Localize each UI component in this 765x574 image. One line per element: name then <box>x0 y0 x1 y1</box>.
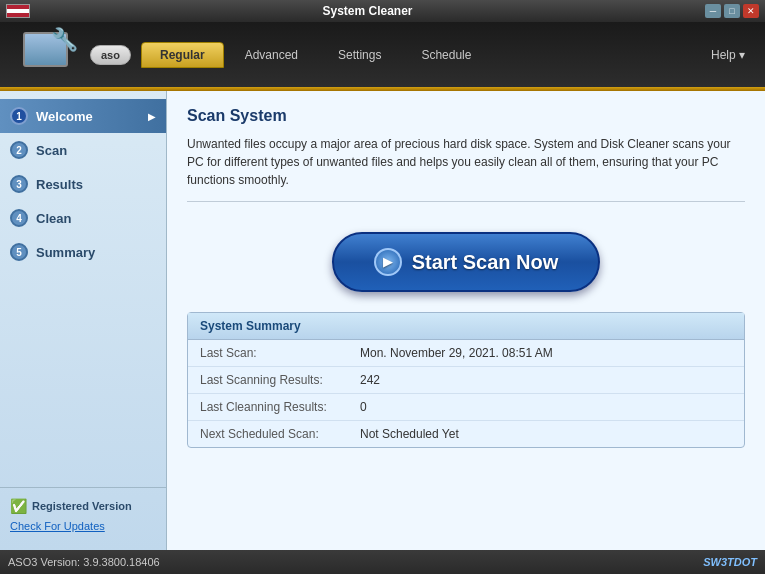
sidebar-item-summary[interactable]: 5 Summary <box>0 235 166 269</box>
table-row: Last Cleanning Results:0 <box>188 394 744 421</box>
sidebar-label-clean: Clean <box>36 211 156 226</box>
summary-row-value: 0 <box>348 394 744 421</box>
summary-row-label: Next Scheduled Scan: <box>188 421 348 448</box>
sidebar: 1 Welcome ▶ 2 Scan 3 Results 4 Clean 5 S… <box>0 91 167 550</box>
content-divider <box>187 201 745 202</box>
registered-text: Registered Version <box>32 500 132 512</box>
scan-button-area: ▶ Start Scan Now <box>187 232 745 292</box>
sidebar-bottom: ✅ Registered Version Check For Updates <box>0 487 166 542</box>
window-title: System Cleaner <box>30 4 705 18</box>
content-area: Scan System Unwanted files occupy a majo… <box>167 91 765 550</box>
minimize-button[interactable]: ─ <box>705 4 721 18</box>
step-4-circle: 4 <box>10 209 28 227</box>
sidebar-label-results: Results <box>36 177 156 192</box>
sidebar-item-results[interactable]: 3 Results <box>0 167 166 201</box>
summary-row-value: 242 <box>348 367 744 394</box>
logo-area: 🔧 <box>10 25 90 85</box>
summary-row-value: Not Scheduled Yet <box>348 421 744 448</box>
main-layout: 1 Welcome ▶ 2 Scan 3 Results 4 Clean 5 S… <box>0 91 765 550</box>
flag-icon <box>6 4 30 18</box>
window-controls: ─ □ ✕ <box>705 4 759 18</box>
table-row: Last Scan:Mon. November 29, 2021. 08:51 … <box>188 340 744 367</box>
sidebar-label-welcome: Welcome <box>36 109 140 124</box>
app-logo: 🔧 <box>23 27 78 82</box>
app-header: 🔧 aso Regular Advanced Settings Schedule… <box>0 22 765 87</box>
restore-button[interactable]: □ <box>724 4 740 18</box>
content-title: Scan System <box>187 107 745 125</box>
table-row: Last Scanning Results:242 <box>188 367 744 394</box>
sidebar-label-summary: Summary <box>36 245 156 260</box>
aso-badge: aso <box>90 45 131 65</box>
tab-advanced[interactable]: Advanced <box>226 42 317 68</box>
step-3-circle: 3 <box>10 175 28 193</box>
summary-row-label: Last Scanning Results: <box>188 367 348 394</box>
nav-tabs: Regular Advanced Settings Schedule <box>141 42 490 68</box>
play-icon: ▶ <box>374 248 402 276</box>
tab-regular[interactable]: Regular <box>141 42 224 68</box>
summary-row-value: Mon. November 29, 2021. 08:51 AM <box>348 340 744 367</box>
close-button[interactable]: ✕ <box>743 4 759 18</box>
tab-settings[interactable]: Settings <box>319 42 400 68</box>
table-row: Next Scheduled Scan:Not Scheduled Yet <box>188 421 744 448</box>
check-updates-link[interactable]: Check For Updates <box>10 520 156 532</box>
help-button[interactable]: Help ▾ <box>701 43 755 67</box>
start-scan-button[interactable]: ▶ Start Scan Now <box>332 232 601 292</box>
step-5-circle: 5 <box>10 243 28 261</box>
scan-button-label: Start Scan Now <box>412 251 559 274</box>
summary-table: Last Scan:Mon. November 29, 2021. 08:51 … <box>188 340 744 447</box>
content-description: Unwanted files occupy a major area of pr… <box>187 135 745 189</box>
registered-icon: ✅ <box>10 498 27 514</box>
sidebar-arrow-welcome: ▶ <box>148 111 156 122</box>
sidebar-label-scan: Scan <box>36 143 156 158</box>
flag-area <box>6 4 30 18</box>
sw3tdot-logo: SW3TDOT <box>703 556 757 568</box>
tab-schedule[interactable]: Schedule <box>402 42 490 68</box>
step-1-circle: 1 <box>10 107 28 125</box>
wrench-icon: 🔧 <box>51 27 78 53</box>
version-label: ASO3 Version: 3.9.3800.18406 <box>8 556 160 568</box>
sidebar-item-scan[interactable]: 2 Scan <box>0 133 166 167</box>
summary-row-label: Last Cleanning Results: <box>188 394 348 421</box>
system-summary-panel: System Summary Last Scan:Mon. November 2… <box>187 312 745 448</box>
sidebar-item-welcome[interactable]: 1 Welcome ▶ <box>0 99 166 133</box>
status-bar: ASO3 Version: 3.9.3800.18406 SW3TDOT <box>0 550 765 574</box>
registered-row: ✅ Registered Version <box>10 498 156 514</box>
title-bar: System Cleaner ─ □ ✕ <box>0 0 765 22</box>
summary-header: System Summary <box>188 313 744 340</box>
sidebar-item-clean[interactable]: 4 Clean <box>0 201 166 235</box>
step-2-circle: 2 <box>10 141 28 159</box>
summary-row-label: Last Scan: <box>188 340 348 367</box>
